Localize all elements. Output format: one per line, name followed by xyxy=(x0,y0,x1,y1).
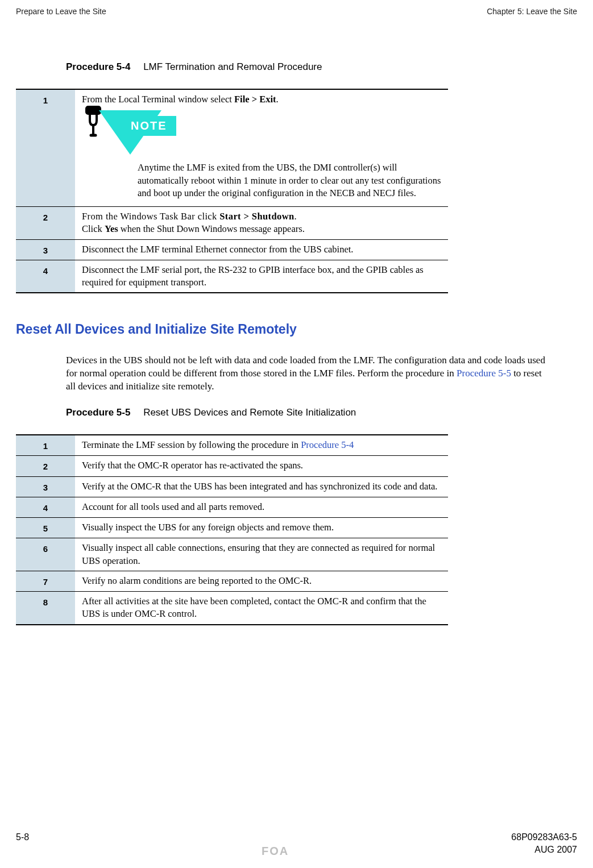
table-row: 3 Verify at the OMC-R that the UBS has b… xyxy=(16,476,448,497)
note-badge: NOTE xyxy=(122,116,176,136)
svg-rect-0 xyxy=(86,107,100,114)
step-body: Terminate the LMF session by following t… xyxy=(75,435,448,456)
step-number: 6 xyxy=(16,538,75,571)
step-body: Account for all tools used and all parts… xyxy=(75,497,448,517)
procedure-5-5-caption: Procedure 5-5 Reset UBS Devices and Remo… xyxy=(66,407,577,418)
table-row: 4 Account for all tools used and all par… xyxy=(16,497,448,517)
step-number: 7 xyxy=(16,571,75,591)
step-number: 3 xyxy=(16,239,75,260)
table-row: 2 Verify that the OMC-R operator has re-… xyxy=(16,456,448,476)
step-text: . xyxy=(276,94,279,105)
page-number: 5-8 xyxy=(16,832,29,842)
step-text: . xyxy=(295,211,297,222)
table-row: 5 Visually inspect the UBS for any forei… xyxy=(16,518,448,538)
table-row: 8 After all activities at the site have … xyxy=(16,592,448,625)
footer-date: AUG 2007 xyxy=(534,845,577,858)
step-number: 4 xyxy=(16,260,75,293)
table-row: 3 Disconnect the LMF terminal Ethernet c… xyxy=(16,239,448,260)
doc-number: 68P09283A63-5 xyxy=(511,832,577,842)
step-body: Visually inspect all cable connections, … xyxy=(75,538,448,571)
step-number: 4 xyxy=(16,497,75,517)
table-row: 6 Visually inspect all cable connections… xyxy=(16,538,448,571)
table-row: 4 Disconnect the LMF serial port, the RS… xyxy=(16,260,448,293)
step-text: when the Shut Down Windows message appea… xyxy=(118,223,305,234)
step-number: 2 xyxy=(16,456,75,476)
step-number: 1 xyxy=(16,89,75,207)
table-row: 7 Verify no alarm conditions are being r… xyxy=(16,571,448,591)
step-number: 1 xyxy=(16,435,75,456)
page-footer: 5-8 68P09283A63-5 FOA AUG 2007 xyxy=(0,832,593,858)
procedure-5-5-table: 1 Terminate the LMF session by following… xyxy=(16,434,448,625)
header-right: Chapter 5: Leave the Site xyxy=(487,7,577,16)
foa-label: FOA xyxy=(262,845,289,858)
procedure-title: Reset UBS Devices and Remote Site Initia… xyxy=(143,407,356,418)
step-text: From the Windows Task Bar click xyxy=(82,211,219,222)
procedure-title: LMF Termination and Removal Procedure xyxy=(143,61,322,72)
step-body: Visually inspect the UBS for any foreign… xyxy=(75,518,448,538)
section-heading: Reset All Devices and Initialize Site Re… xyxy=(16,322,577,337)
step-body: Verify no alarm conditions are being rep… xyxy=(75,571,448,591)
step-bold: File > Exit xyxy=(234,94,276,105)
header-left: Prepare to Leave the Site xyxy=(16,7,106,16)
procedure-number: Procedure 5-5 xyxy=(66,407,130,418)
procedure-5-4-table: 1 From the Local Terminal window select … xyxy=(16,89,448,293)
step-number: 8 xyxy=(16,592,75,625)
procedure-link[interactable]: Procedure 5-5 xyxy=(457,368,511,379)
step-bold: Start > Shutdown xyxy=(219,211,294,222)
step-number: 2 xyxy=(16,207,75,240)
step-body: Disconnect the LMF terminal Ethernet con… xyxy=(75,239,448,260)
step-body: Verify that the OMC-R operator has re-ac… xyxy=(75,456,448,476)
step-body: Verify at the OMC-R that the UBS has bee… xyxy=(75,476,448,497)
procedure-5-4-caption: Procedure 5-4 LMF Termination and Remova… xyxy=(66,61,577,73)
table-row: 1 Terminate the LMF session by following… xyxy=(16,435,448,456)
step-body: After all activities at the site have be… xyxy=(75,592,448,625)
table-row: 1 From the Local Terminal window select … xyxy=(16,89,448,207)
page-header: Prepare to Leave the Site Chapter 5: Lea… xyxy=(16,7,577,16)
step-text: Click xyxy=(82,223,105,234)
table-row: 2 From the Windows Task Bar click Start … xyxy=(16,207,448,240)
step-body: From the Windows Task Bar click Start > … xyxy=(75,207,448,240)
step-body: From the Local Terminal window select Fi… xyxy=(75,89,448,207)
step-bold: Yes xyxy=(105,223,118,234)
note-block: NOTE Anytime the LMF is exited from the … xyxy=(82,111,441,200)
step-body: Disconnect the LMF serial port, the RS-2… xyxy=(75,260,448,293)
step-number: 5 xyxy=(16,518,75,538)
procedure-number: Procedure 5-4 xyxy=(66,61,130,72)
note-text: Anytime the LMF is exited from the UBS, … xyxy=(138,161,441,200)
section-paragraph: Devices in the UBS should not be left wi… xyxy=(66,354,549,393)
step-number: 3 xyxy=(16,476,75,497)
step-text: From the Local Terminal window select xyxy=(82,94,234,105)
procedure-link[interactable]: Procedure 5-4 xyxy=(301,439,354,450)
step-text: Terminate the LMF session by following t… xyxy=(82,439,301,450)
